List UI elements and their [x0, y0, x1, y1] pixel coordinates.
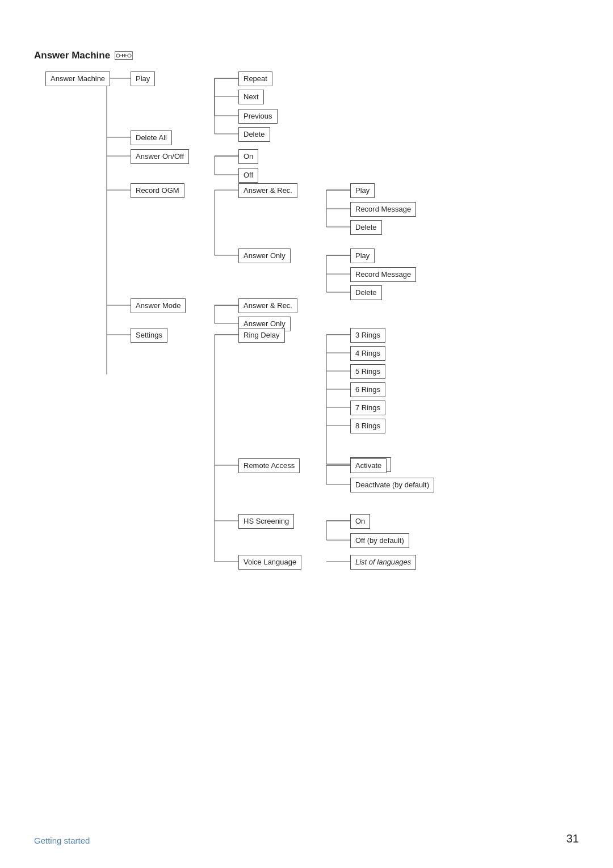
record-ogm-node: Record OGM	[131, 183, 184, 198]
7rings-node: 7 Rings	[350, 401, 385, 415]
play-delete-node: Delete	[238, 127, 270, 142]
title-text: Answer Machine	[34, 50, 110, 61]
footer-page-number: 31	[566, 832, 579, 845]
4rings-node: 4 Rings	[350, 346, 385, 361]
svg-point-1	[116, 54, 120, 57]
answer-only-node: Answer Only	[238, 248, 291, 263]
ao-record-msg-node: Record Message	[350, 267, 416, 282]
hs-off-default-node: Off (by default)	[350, 533, 409, 548]
footer-getting-started: Getting started	[34, 836, 90, 845]
answer-onoff-node: Answer On/Off	[131, 149, 189, 164]
previous-node: Previous	[238, 109, 278, 124]
ring-delay-node: Ring Delay	[238, 328, 285, 343]
repeat-node: Repeat	[238, 71, 272, 86]
remote-access-node: Remote Access	[238, 458, 300, 473]
hs-on-node: On	[350, 514, 370, 529]
on-node: On	[238, 149, 258, 164]
off-node: Off	[238, 168, 258, 183]
root-node: Answer Machine	[45, 71, 110, 86]
svg-rect-5	[124, 54, 125, 57]
ar-play-node: Play	[350, 183, 375, 198]
answer-mode-node: Answer Mode	[131, 298, 186, 313]
hs-screening-node: HS Screening	[238, 514, 294, 529]
voice-language-node: Voice Language	[238, 555, 301, 570]
tree-lines	[23, 68, 590, 590]
6rings-node: 6 Rings	[350, 382, 385, 397]
tree-diagram: Answer Machine Play Delete All Answer On…	[23, 68, 590, 590]
am-answer-rec-node: Answer & Rec.	[238, 298, 297, 313]
3rings-node: 3 Rings	[350, 328, 385, 343]
delete-all-node: Delete All	[131, 130, 172, 145]
answer-machine-icon	[115, 50, 133, 61]
settings-node: Settings	[131, 328, 167, 343]
ao-play-node: Play	[350, 248, 375, 263]
tree-nodes: Answer Machine Play Delete All Answer On…	[23, 68, 590, 590]
svg-rect-4	[122, 54, 123, 57]
5rings-node: 5 Rings	[350, 364, 385, 379]
next-node: Next	[238, 90, 264, 104]
8rings-node: 8 Rings	[350, 419, 385, 433]
activate-node: Activate	[350, 458, 387, 473]
svg-point-2	[128, 54, 131, 57]
answer-rec-node: Answer & Rec.	[238, 183, 297, 198]
list-of-languages-node: List of languages	[350, 555, 416, 570]
play-node: Play	[131, 71, 155, 86]
ar-record-msg-node: Record Message	[350, 202, 416, 217]
deactivate-node: Deactivate (by default)	[350, 478, 434, 492]
ao-delete-node: Delete	[350, 285, 382, 300]
ar-delete-node: Delete	[350, 220, 382, 235]
page-title: Answer Machine	[34, 50, 133, 61]
